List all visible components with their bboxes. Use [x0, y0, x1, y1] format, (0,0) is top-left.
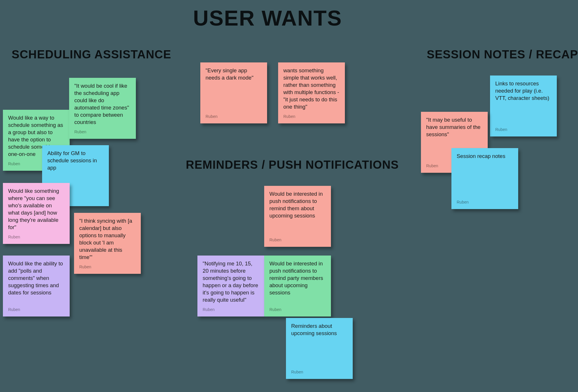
- sticky-text: Reminders about upcoming sessions: [291, 323, 347, 337]
- sticky-text: Session recap notes: [457, 153, 513, 160]
- sticky-note[interactable]: "Notifying me 10, 15, 20 minutes before …: [197, 256, 264, 317]
- sticky-author: Ruben: [269, 307, 326, 312]
- sticky-text: Would like something where "you can see …: [8, 188, 64, 231]
- sticky-note[interactable]: "Every single app needs a dark mode" Rub…: [200, 62, 267, 123]
- sticky-note[interactable]: Reminders about upcoming sessions Ruben: [286, 318, 353, 379]
- sticky-author: Ruben: [8, 307, 64, 312]
- sticky-text: "I think syncing with [a calendar] but a…: [79, 217, 136, 261]
- sticky-author: Ruben: [79, 264, 136, 270]
- sticky-text: "Every single app needs a dark mode": [206, 67, 262, 82]
- affinity-canvas[interactable]: USER WANTS SCHEDULING ASSISTANCE REMINDE…: [0, 0, 578, 392]
- sticky-note[interactable]: "I think syncing with [a calendar] but a…: [74, 213, 141, 274]
- sticky-text: Ability for GM to schedule sessions in a…: [47, 150, 104, 172]
- sticky-author: Ruben: [74, 129, 131, 135]
- sticky-note[interactable]: Session recap notes Ruben: [451, 148, 518, 209]
- sticky-text: "Notifying me 10, 15, 20 minutes before …: [203, 260, 259, 304]
- sticky-note[interactable]: Would be interested in push notification…: [264, 256, 331, 317]
- sticky-note[interactable]: Links to resources needed for play (i.e.…: [490, 75, 557, 136]
- sticky-text: "It may be useful to have summaries of t…: [426, 116, 482, 138]
- sticky-text: Would be interested in push notification…: [269, 190, 326, 220]
- sticky-note[interactable]: Would like the ability to add "polls and…: [3, 256, 70, 317]
- sticky-author: Ruben: [203, 307, 259, 312]
- sticky-text: Would be interested in push notification…: [269, 260, 326, 296]
- sticky-note[interactable]: wants something simple that works well, …: [278, 62, 345, 123]
- sticky-author: Ruben: [495, 127, 552, 132]
- sticky-text: Would like the ability to add "polls and…: [8, 260, 64, 296]
- sticky-note[interactable]: Would like something where "you can see …: [3, 183, 70, 244]
- sticky-author: Ruben: [283, 114, 340, 119]
- board-title: USER WANTS: [193, 6, 342, 30]
- sticky-author: Ruben: [206, 114, 262, 119]
- sticky-text: wants something simple that works well, …: [283, 67, 340, 111]
- sticky-text: Links to resources needed for play (i.e.…: [495, 80, 552, 102]
- section-title-recaps: SESSION NOTES / RECAPS: [427, 48, 578, 61]
- sticky-text: "It would be cool if like the scheduling…: [74, 82, 131, 126]
- sticky-author: Ruben: [291, 369, 347, 375]
- sticky-author: Ruben: [8, 234, 64, 240]
- sticky-author: Ruben: [269, 237, 326, 243]
- section-title-scheduling: SCHEDULING ASSISTANCE: [12, 48, 171, 61]
- sticky-note[interactable]: "It would be cool if like the scheduling…: [69, 78, 136, 139]
- section-title-reminders: REMINDERS / PUSH NOTIFICATIONS: [186, 158, 399, 171]
- sticky-note[interactable]: Would be interested in push notification…: [264, 186, 331, 247]
- sticky-author: Ruben: [457, 199, 513, 205]
